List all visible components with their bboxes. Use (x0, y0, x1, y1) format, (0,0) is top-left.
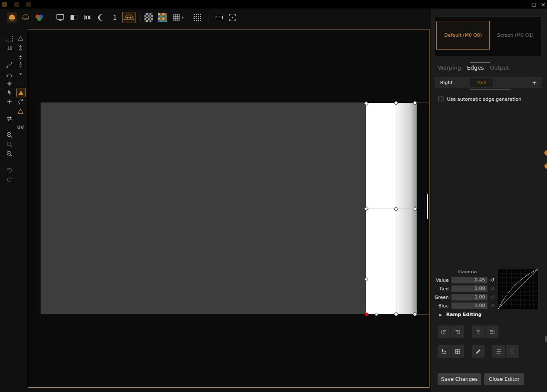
zoom-out-icon[interactable] (5, 149, 14, 158)
checker-gray-icon[interactable] (144, 12, 154, 23)
minimize-button[interactable]: – (521, 1, 528, 8)
zoom-icon[interactable] (5, 140, 14, 149)
transform-icon[interactable] (227, 12, 238, 23)
reset-icon[interactable]: ↺ (490, 303, 494, 309)
gamma-red-label: Red (431, 286, 449, 292)
save-changes-button[interactable]: Save Changes (438, 373, 481, 385)
titlebar-icon-3 (26, 2, 31, 7)
auto-edge-label: Use automatic edge generation (447, 97, 521, 102)
surface-region[interactable] (41, 102, 367, 314)
tab-edges[interactable]: Edges (467, 64, 484, 71)
properties-panel: Default (M0 O0) Screen (M0 O1) Warping E… (431, 9, 547, 392)
dots-pattern-icon[interactable] (192, 12, 203, 23)
edge-value-underline (470, 89, 511, 90)
rotate-icon[interactable] (16, 97, 25, 106)
moon-icon[interactable] (96, 12, 106, 23)
redo-icon[interactable] (5, 175, 14, 184)
expand-arrow-icon[interactable]: ▶ (439, 313, 442, 317)
edge-side-label: Right (440, 80, 453, 85)
close-button[interactable]: × (539, 1, 547, 8)
ruler-icon[interactable] (214, 12, 224, 23)
edge-notification-dot[interactable] (544, 150, 547, 155)
main-toolbar: 1 ▾ (0, 9, 431, 30)
split-half-icon[interactable] (69, 12, 79, 23)
edge-notification-dot[interactable] (544, 164, 547, 169)
crosshair-icon[interactable] (5, 79, 14, 88)
rgb-circles-icon[interactable] (34, 12, 44, 23)
tab-warping[interactable]: Warping (438, 64, 461, 71)
warp-triangle-icon[interactable] (16, 88, 26, 97)
gamma-blue-label: Blue (431, 303, 449, 309)
grid-dropdown-icon[interactable]: ▾ (171, 12, 185, 23)
auto-edge-checkbox[interactable] (438, 97, 444, 102)
ramp-left-icon[interactable] (438, 325, 450, 338)
reset-icon[interactable]: ↺ (490, 294, 494, 300)
reset-icon[interactable]: ↺ (490, 286, 494, 292)
ramp-grid-icon[interactable] (451, 345, 464, 358)
ramp-right-icon[interactable] (451, 325, 464, 338)
gamma-blue-input[interactable]: 1.00 (451, 302, 488, 309)
nudge-icon[interactable] (16, 53, 25, 61)
select-rect-icon[interactable] (5, 34, 14, 43)
distribute-vertical-2-icon[interactable] (16, 61, 25, 69)
checker-color-icon[interactable] (157, 12, 168, 23)
bezier-node-2-icon[interactable] (5, 70, 14, 79)
ramp-lines-icon[interactable] (492, 345, 505, 358)
perspective-grid-icon[interactable] (122, 12, 136, 23)
zoom-in-icon[interactable] (5, 131, 14, 139)
ramp-bottom-icon[interactable] (438, 345, 450, 358)
cursor-arrow-icon[interactable] (5, 88, 14, 97)
output-tab-strip: Default (M0 O0) Screen (M0 O1) (435, 16, 542, 56)
edit-pencil-icon[interactable] (472, 345, 485, 358)
section-tabs: Warping Edges Output (438, 64, 509, 71)
projector-secondary-icon[interactable] (21, 12, 31, 23)
tab-output-default[interactable]: Default (M0 O0) (436, 21, 490, 50)
ramp-editing-header[interactable]: Ramp Editing (446, 312, 482, 317)
ramp-lines-disabled-icon[interactable] (506, 345, 519, 358)
close-editor-button[interactable]: Close Editor (484, 373, 524, 385)
bezier-node-icon[interactable] (5, 61, 14, 69)
gamma-green-label: Green (431, 295, 449, 300)
maximize-button[interactable]: □ (530, 1, 538, 8)
reset-icon[interactable]: ↺ (490, 277, 494, 283)
gamma-value-input[interactable]: 0.45 (451, 277, 488, 284)
tab-output[interactable]: Output (490, 64, 509, 71)
toolbar-separator (50, 14, 50, 22)
edge-marker[interactable] (427, 194, 428, 219)
warp-mesh-svg[interactable] (28, 29, 429, 387)
ramp-center-icon[interactable] (472, 325, 485, 338)
columns-icon[interactable] (5, 44, 14, 52)
add-edge-button[interactable]: + (532, 79, 537, 86)
gamma-curve-graph[interactable] (498, 269, 538, 309)
edge-row: Right 4x3 + (435, 77, 542, 88)
tab-indicator (470, 62, 490, 63)
tab-output-screen[interactable]: Screen (M0 O1) (491, 21, 540, 50)
uv-label[interactable]: UV (16, 123, 25, 132)
gamma-red-input[interactable]: 1.00 (451, 285, 488, 292)
gamma-green-input[interactable]: 1.00 (451, 294, 488, 301)
curve-point[interactable] (365, 278, 368, 281)
chevron-down-icon: ▾ (182, 15, 184, 20)
projector-icon[interactable] (7, 12, 17, 23)
selected-control-point[interactable] (365, 313, 368, 316)
titlebar-icon-2 (14, 2, 19, 7)
toolbar-separator (140, 14, 141, 22)
warning-triangle-icon[interactable] (16, 107, 25, 115)
slot-number[interactable]: 1 (110, 12, 120, 23)
add-point-icon[interactable]: + (5, 97, 14, 106)
ramp-edge-icon[interactable] (485, 325, 498, 338)
curve-point[interactable] (375, 313, 378, 316)
edge-handle[interactable] (545, 336, 547, 342)
display-icon[interactable] (55, 12, 65, 23)
caret-small-icon[interactable] (16, 70, 25, 79)
tool-sidebar: + UV (0, 30, 27, 392)
swap-arrows-icon[interactable] (5, 114, 14, 123)
split-columns-icon[interactable] (82, 12, 93, 23)
warping-editor-window: – □ × 1 (0, 0, 547, 392)
undo-icon[interactable] (5, 166, 14, 174)
edge-grid-value[interactable]: 4x3 (470, 78, 493, 87)
align-triangle-icon[interactable] (16, 34, 25, 43)
distribute-vertical-icon[interactable] (16, 44, 25, 52)
gamma-section-title: Gamma (439, 269, 496, 275)
editor-canvas[interactable] (28, 29, 429, 388)
